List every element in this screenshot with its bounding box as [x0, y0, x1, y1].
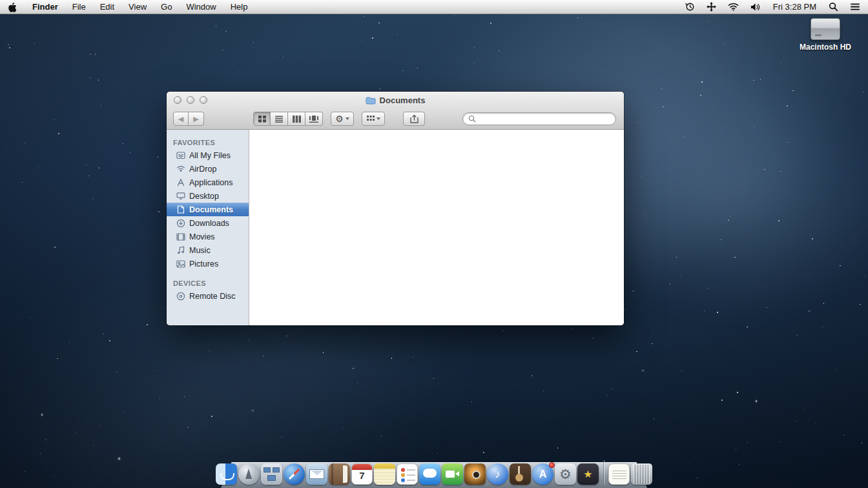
sidebar-favorites-header: FAVORITES	[167, 135, 249, 148]
arrange-grid-icon	[367, 116, 375, 122]
reminder-dot	[401, 468, 405, 472]
sidebar-item-music[interactable]: Music	[167, 243, 249, 257]
movies-icon	[176, 232, 185, 241]
column-view-button[interactable]	[288, 112, 305, 126]
chevron-down-icon	[346, 117, 349, 120]
mini-window	[264, 467, 271, 473]
finder-sidebar: FAVORITES All My Files AirDro	[167, 130, 249, 325]
sidebar-item-airdrop[interactable]: AirDrop	[167, 162, 249, 176]
wifi-icon[interactable]	[722, 0, 745, 14]
downloads-icon	[176, 218, 185, 228]
menu-item-view[interactable]: View	[121, 0, 154, 14]
search-input[interactable]	[479, 114, 610, 124]
itunes-dock-icon[interactable]: ♪	[487, 463, 508, 485]
macintosh-hd-desktop-icon[interactable]: Macintosh HD	[794, 18, 856, 52]
reminders-dock-icon[interactable]	[397, 463, 418, 485]
folder-icon	[366, 96, 376, 105]
sidebar-item-applications[interactable]: Applications	[167, 176, 249, 189]
back-arrow-icon: ◀	[178, 116, 183, 123]
minimize-button[interactable]	[187, 96, 194, 104]
menu-bar-clock[interactable]: Fri 3:28 PM	[767, 2, 823, 12]
apple-logo-icon	[8, 2, 16, 12]
messages-dock-icon[interactable]	[419, 463, 440, 485]
sidebar-item-all-my-files[interactable]: All My Files	[167, 148, 249, 162]
update-badge	[549, 462, 555, 468]
notes-dock-icon[interactable]	[374, 463, 395, 485]
menu-item-window[interactable]: Window	[179, 0, 223, 14]
sidebar-item-downloads[interactable]: Downloads	[167, 216, 249, 230]
mission-control-dock-icon[interactable]	[261, 463, 282, 485]
documents-icon	[176, 205, 185, 214]
trash-dock-icon[interactable]	[631, 463, 652, 485]
view-mode-control	[253, 112, 323, 126]
list-view-button[interactable]	[271, 112, 288, 126]
navigation-buttons: ◀ ▶	[173, 112, 204, 126]
menu-item-go[interactable]: Go	[154, 0, 179, 14]
traffic-lights	[174, 92, 207, 108]
calendar-header	[352, 464, 372, 470]
menu-item-file[interactable]: File	[65, 0, 93, 14]
appstore-a-glyph: A	[539, 469, 547, 480]
photo-booth-dock-icon[interactable]	[464, 463, 486, 485]
system-preferences-dock-icon[interactable]: ⚙	[555, 463, 576, 485]
desktop-icon	[176, 191, 185, 201]
music-note-glyph: ♪	[495, 468, 501, 481]
sidebar-item-documents[interactable]: Documents	[167, 203, 249, 216]
back-button[interactable]: ◀	[173, 112, 189, 126]
calendar-day-number: 7	[352, 470, 372, 481]
close-button[interactable]	[174, 96, 181, 104]
sidebar-devices-header: DEVICES	[167, 276, 249, 289]
app-store-dock-icon[interactable]: A	[532, 463, 553, 485]
sidebar-item-label: Remote Disc	[189, 292, 236, 301]
share-arrow-icon	[410, 114, 418, 123]
icon-view-icon	[258, 116, 266, 123]
chevron-down-icon	[377, 117, 380, 120]
list-view-icon	[275, 116, 283, 123]
menu-item-help[interactable]: Help	[223, 0, 255, 14]
cover-flow-view-button[interactable]	[305, 112, 323, 126]
folder-content-area[interactable]	[249, 130, 624, 325]
window-titlebar[interactable]: Documents	[167, 92, 624, 108]
sidebar-item-remote-disc[interactable]: Remote Disc	[167, 289, 249, 303]
menu-bar-status-area: Fri 3:28 PM	[679, 0, 868, 14]
spotlight-icon[interactable]	[823, 0, 844, 14]
calendar-dock-icon[interactable]: 7	[351, 463, 373, 485]
applications-icon	[176, 178, 185, 187]
forward-button[interactable]: ▶	[189, 112, 204, 126]
mail-dock-icon[interactable]	[306, 463, 327, 485]
arrange-menu-button[interactable]	[362, 112, 385, 126]
launchpad-dock-icon[interactable]	[238, 463, 260, 485]
facetime-dock-icon[interactable]	[442, 463, 463, 485]
action-menu-button[interactable]: ⚙	[331, 112, 354, 126]
menu-item-finder[interactable]: Finder	[25, 0, 65, 14]
finder-dock-icon[interactable]	[216, 463, 237, 485]
forward-arrow-icon: ▶	[193, 116, 198, 123]
icon-view-button[interactable]	[253, 112, 271, 126]
cover-flow-icon	[309, 116, 318, 123]
textedit-dock-icon[interactable]	[608, 463, 630, 485]
search-field[interactable]	[462, 112, 616, 125]
remote-disc-icon	[176, 291, 185, 301]
share-button[interactable]	[403, 112, 425, 126]
window-title: Documents	[366, 96, 426, 105]
time-machine-icon[interactable]	[679, 0, 701, 14]
zoom-button[interactable]	[200, 96, 207, 104]
finder-window: Documents ◀ ▶	[167, 92, 624, 325]
volume-icon[interactable]	[745, 0, 767, 14]
notification-center-icon[interactable]	[844, 0, 868, 14]
sidebar-item-movies[interactable]: Movies	[167, 230, 249, 243]
gear-icon: ⚙	[335, 114, 344, 123]
sidebar-item-pictures[interactable]: Pictures	[167, 257, 249, 270]
dock-divider	[603, 460, 604, 485]
sidebar-item-label: Pictures	[189, 259, 218, 269]
sidebar-item-desktop[interactable]: Desktop	[167, 189, 249, 203]
safari-dock-icon[interactable]	[284, 463, 305, 485]
sidebar-item-label: AirDrop	[189, 165, 216, 174]
imovie-dock-icon[interactable]: ★	[577, 463, 599, 485]
garageband-dock-icon[interactable]	[510, 463, 531, 485]
apple-menu[interactable]	[0, 0, 25, 14]
contacts-dock-icon[interactable]	[329, 463, 350, 485]
four-way-arrows-icon[interactable]	[701, 0, 722, 14]
menu-item-edit[interactable]: Edit	[93, 0, 121, 14]
column-view-icon	[293, 116, 301, 123]
